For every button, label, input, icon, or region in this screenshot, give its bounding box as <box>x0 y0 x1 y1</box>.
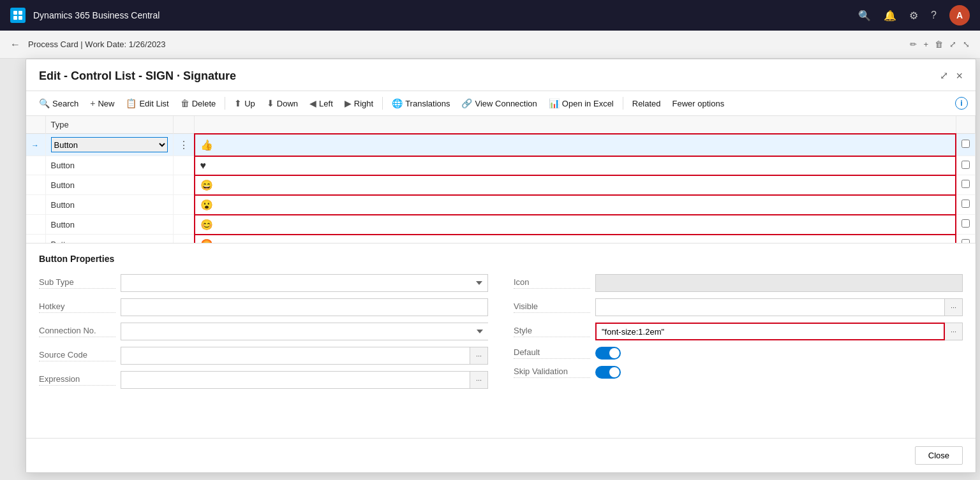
table-row[interactable]: Button ♥ <box>26 156 976 175</box>
row-arrow-cell <box>26 215 45 235</box>
left-button[interactable]: ◀ Left <box>304 95 338 112</box>
add-icon[interactable]: + <box>923 40 928 49</box>
sub-type-select[interactable] <box>121 274 488 292</box>
default-toggle[interactable] <box>595 347 621 360</box>
form-grid: Sub Type Hotkey Connection No. S <box>39 274 963 395</box>
expression-label: Expression <box>39 374 115 386</box>
down-button[interactable]: ⬇ Down <box>262 95 303 112</box>
table-area: Type → Button <box>26 116 976 244</box>
help-icon[interactable]: ? <box>931 10 937 21</box>
view-connection-button[interactable]: 🔗 View Connection <box>456 95 542 112</box>
modal-header: Edit - Control List - SIGN · Signature ⤢… <box>26 59 976 91</box>
sub-type-row: Sub Type <box>39 274 488 292</box>
toolbar-right: i <box>955 97 968 110</box>
row-dots-cell <box>173 195 195 215</box>
visible-label: Visible <box>514 302 590 313</box>
source-code-input[interactable] <box>121 347 470 365</box>
app-title: Dynamics 365 Business Central <box>33 10 160 20</box>
expression-btn[interactable]: ··· <box>470 371 488 389</box>
modal-footer: Close <box>26 438 976 472</box>
related-button[interactable]: Related <box>627 96 666 112</box>
table-header-row: Type <box>26 116 976 134</box>
user-avatar[interactable]: A <box>949 5 970 25</box>
default-row: Default <box>514 347 963 360</box>
table-row[interactable]: Button 😮 <box>26 195 976 215</box>
source-code-btn[interactable]: ··· <box>470 347 488 365</box>
visible-input-group: ··· <box>595 298 963 316</box>
expression-input[interactable] <box>121 371 470 389</box>
translations-icon: 🌐 <box>392 98 403 108</box>
modal-close-icon[interactable]: × <box>956 69 963 83</box>
row-dots-cell <box>173 156 195 175</box>
close-button[interactable]: Close <box>915 446 963 465</box>
row-checkbox[interactable] <box>961 219 970 228</box>
trash-icon[interactable]: 🗑 <box>935 40 943 49</box>
left-icon: ◀ <box>309 98 316 108</box>
row-check-cell[interactable] <box>956 175 976 195</box>
type-select[interactable]: Button <box>51 137 168 152</box>
row-check-cell[interactable] <box>956 156 976 175</box>
expand-icon[interactable]: ⤢ <box>949 40 956 49</box>
up-button[interactable]: ⬆ Up <box>229 95 260 112</box>
row-arrow-cell <box>26 156 45 175</box>
skip-validation-label: Skip Validation <box>514 367 590 378</box>
style-btn[interactable]: ··· <box>945 323 963 340</box>
skip-validation-toggle[interactable] <box>595 366 621 379</box>
table-container[interactable]: Type → Button <box>26 116 976 243</box>
properties-section: Button Properties Sub Type Hotkey Connec… <box>26 244 976 405</box>
connection-no-input-group <box>121 323 488 340</box>
right-button[interactable]: ▶ Right <box>339 95 378 112</box>
hotkey-input[interactable] <box>121 298 488 316</box>
control-list-table: Type → Button <box>26 116 976 243</box>
modal-minimize-icon[interactable]: ⤢ <box>940 69 948 83</box>
source-code-input-group: ··· <box>121 347 488 365</box>
search-icon[interactable]: 🔍 <box>858 10 871 22</box>
table-row[interactable]: → Button ⋮ 👍 <box>26 134 976 156</box>
back-icon[interactable]: ← <box>10 39 20 50</box>
row-checkbox[interactable] <box>961 161 970 169</box>
three-dot-icon[interactable]: ⋮ <box>179 140 189 150</box>
source-code-row: Source Code ··· <box>39 347 488 365</box>
visible-row: Visible ··· <box>514 298 963 316</box>
translations-button[interactable]: 🌐 Translations <box>387 95 455 112</box>
fewer-options-button[interactable]: Fewer options <box>667 96 730 112</box>
table-row[interactable]: Button 😡 <box>26 235 976 244</box>
edit-list-button[interactable]: 📋 Edit List <box>121 95 174 112</box>
delete-button[interactable]: 🗑 Delete <box>175 95 221 112</box>
row-checkbox[interactable] <box>961 200 970 208</box>
row-check-cell[interactable] <box>956 235 976 244</box>
table-row[interactable]: Button 😊 <box>26 215 976 235</box>
page-bar-title: Process Card | Work Date: 1/26/2023 <box>28 40 166 49</box>
open-in-excel-button[interactable]: 📊 Open in Excel <box>544 95 619 112</box>
row-dots-cell[interactable]: ⋮ <box>173 134 195 156</box>
section-title: Button Properties <box>39 254 963 264</box>
row-checkbox[interactable] <box>961 239 970 243</box>
info-icon[interactable]: i <box>955 97 968 110</box>
row-arrow-cell <box>26 175 45 195</box>
bell-icon[interactable]: 🔔 <box>884 10 896 22</box>
style-input[interactable] <box>595 323 945 340</box>
modal-title: Edit - Control List - SIGN · Signature <box>39 69 236 83</box>
table-row[interactable]: Button 😄 <box>26 175 976 195</box>
page-bar-icons: ✏ + 🗑 ⤢ ⤡ <box>910 40 970 49</box>
row-check-cell[interactable] <box>956 215 976 235</box>
search-button[interactable]: 🔍 Search <box>34 95 84 112</box>
row-check-cell[interactable] <box>956 195 976 215</box>
edit-icon[interactable]: ✏ <box>910 40 917 49</box>
row-checkbox[interactable] <box>961 180 970 188</box>
icon-label: Icon <box>514 277 590 289</box>
row-check-cell[interactable] <box>956 134 976 156</box>
row-arrow-cell <box>26 235 45 244</box>
connection-no-select[interactable] <box>121 323 488 340</box>
modal: Edit - Control List - SIGN · Signature ⤢… <box>26 59 976 473</box>
default-toggle-slider <box>595 347 621 360</box>
collapse-icon[interactable]: ⤡ <box>963 40 970 49</box>
visible-input[interactable] <box>595 298 945 316</box>
style-row: Style ··· <box>514 323 963 340</box>
visible-btn[interactable]: ··· <box>945 298 963 316</box>
row-arrow-cell: → <box>26 134 45 156</box>
row-checkbox[interactable] <box>961 140 970 148</box>
row-type-cell[interactable]: Button <box>45 134 173 156</box>
new-button[interactable]: + New <box>85 95 119 112</box>
settings-icon[interactable]: ⚙ <box>909 10 918 22</box>
